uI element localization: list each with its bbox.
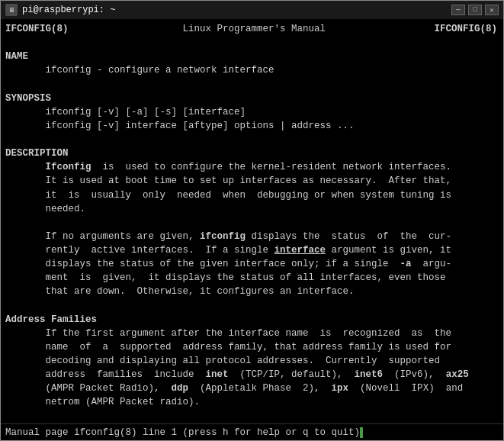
terminal-content[interactable]: IFCONFIG(8) Linux Programmer's Manual IF… <box>1 19 503 423</box>
title-bar-controls: ─ □ ✕ <box>451 5 499 15</box>
window-title: pi@raspberrypi: ~ <box>22 5 115 15</box>
title-bar-left: 🖥 pi@raspberrypi: ~ <box>5 4 115 16</box>
terminal-window: 🖥 pi@raspberrypi: ~ ─ □ ✕ IFCONFIG(8) Li… <box>0 0 504 441</box>
status-text: Manual page ifconfig(8) line 1 (press h … <box>5 427 363 438</box>
close-button[interactable]: ✕ <box>485 5 499 15</box>
name-section: NAME ifconfig - configure a network inte… <box>5 51 469 423</box>
header-line: IFCONFIG(8) Linux Programmer's Manual IF… <box>5 24 497 34</box>
status-bar: Manual page ifconfig(8) line 1 (press h … <box>1 423 503 440</box>
terminal-icon: 🖥 <box>5 4 18 16</box>
maximize-button[interactable]: □ <box>468 5 482 15</box>
title-bar: 🖥 pi@raspberrypi: ~ ─ □ ✕ <box>1 1 503 19</box>
minimize-button[interactable]: ─ <box>451 5 465 15</box>
